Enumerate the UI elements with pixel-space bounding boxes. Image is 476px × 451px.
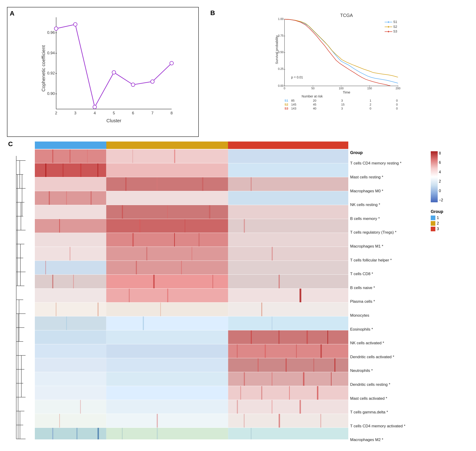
svg-rect-86 — [80, 163, 82, 177]
group-legend-2-color — [431, 221, 435, 226]
point-7 — [151, 80, 154, 83]
group-legend-3: 3 — [431, 227, 469, 231]
svg-text:0.25: 0.25 — [278, 67, 283, 70]
row-label-18: T cells gamma.delta * — [350, 410, 427, 414]
group-bar-s2 — [106, 142, 228, 149]
svg-rect-183 — [228, 372, 348, 386]
row-label-16: Dendritic cells resting * — [350, 382, 427, 387]
legend-s1-arrow — [387, 21, 389, 23]
group-legend-1-color — [431, 216, 435, 220]
group-label: Group — [350, 150, 363, 155]
svg-rect-152 — [160, 302, 161, 316]
svg-rect-158 — [143, 316, 144, 330]
svg-rect-149 — [228, 302, 348, 316]
group-legend-1: 1 — [431, 216, 469, 220]
nar-s1-label: S1 — [284, 99, 288, 102]
svg-rect-106 — [209, 205, 210, 219]
row-label-1: Mast cells resting * — [350, 175, 427, 179]
chart-b-title: TCGA — [340, 13, 353, 18]
svg-rect-94 — [251, 177, 251, 191]
svg-rect-82 — [106, 163, 228, 177]
svg-rect-213 — [35, 428, 106, 439]
svg-rect-207 — [244, 414, 244, 428]
svg-rect-154 — [35, 316, 106, 330]
svg-rect-124 — [146, 247, 148, 261]
nar-s2-0: 145 — [291, 103, 296, 106]
svg-rect-209 — [321, 414, 321, 428]
svg-rect-107 — [35, 219, 106, 233]
main-container: A Cophenetic coefficient Cluster 0.90 0.… — [0, 0, 476, 451]
svg-rect-161 — [106, 330, 228, 344]
svg-rect-136 — [52, 275, 53, 288]
svg-rect-99 — [66, 191, 67, 205]
legend-s3-label: S3 — [393, 30, 397, 33]
svg-rect-208 — [279, 414, 280, 428]
svg-rect-170 — [237, 344, 238, 358]
panel-a-label: A — [10, 10, 14, 17]
svg-rect-98 — [49, 191, 50, 205]
number-at-risk-header: Number at risk — [302, 94, 323, 98]
row-label-12: Eosinophils * — [350, 327, 427, 331]
svg-rect-153 — [261, 302, 262, 316]
svg-rect-193 — [289, 386, 290, 400]
x-axis-label-b: Time — [343, 90, 350, 94]
svg-text:1.00: 1.00 — [278, 17, 283, 21]
svg-rect-179 — [314, 358, 314, 372]
svg-rect-148 — [106, 302, 228, 316]
legend-s3-arrow — [387, 31, 389, 32]
color-scale-ticks: 8 6 4 2 0 −2 — [438, 151, 443, 202]
svg-rect-132 — [181, 261, 182, 275]
svg-rect-91 — [125, 177, 127, 191]
svg-text:0.92: 0.92 — [47, 71, 55, 75]
scale-tick-neg2: −2 — [439, 198, 443, 202]
dendrogram-svg — [14, 149, 35, 446]
heatmap-container: Group T cells CD4 memory resting * Mast … — [14, 142, 469, 447]
svg-rect-217 — [122, 428, 122, 439]
svg-rect-96 — [106, 191, 228, 205]
nar-s1-0: 85 — [291, 99, 295, 102]
svg-rect-114 — [35, 233, 106, 247]
svg-rect-78 — [87, 149, 88, 163]
svg-rect-101 — [35, 205, 106, 219]
svg-rect-204 — [228, 414, 348, 428]
svg-rect-162 — [228, 330, 348, 344]
svg-rect-134 — [106, 275, 228, 288]
svg-rect-165 — [307, 330, 308, 344]
top-row: A Cophenetic coefficient Cluster 0.90 0.… — [7, 7, 469, 137]
svg-rect-76 — [52, 149, 53, 163]
svg-rect-144 — [129, 288, 129, 302]
svg-rect-156 — [228, 316, 348, 330]
scale-tick-8: 8 — [439, 151, 443, 156]
scale-tick-2: 2 — [439, 179, 443, 183]
group-legend: Group 1 2 3 — [431, 209, 469, 231]
svg-rect-203 — [106, 414, 228, 428]
svg-text:6: 6 — [132, 111, 134, 115]
svg-rect-150 — [56, 302, 56, 316]
svg-rect-218 — [157, 428, 158, 439]
svg-rect-145 — [167, 288, 168, 302]
nar-s3-50: 40 — [313, 107, 316, 110]
legend-s1-label: S1 — [393, 20, 397, 24]
svg-text:7: 7 — [151, 111, 154, 115]
svg-rect-182 — [106, 372, 228, 386]
svg-rect-130 — [45, 261, 46, 275]
svg-rect-194 — [317, 386, 318, 400]
svg-rect-95 — [35, 191, 106, 205]
row-label-7: T cells follicular helper * — [350, 258, 427, 262]
row-label-15: Neutrophils * — [350, 369, 427, 373]
row-label-10: Plasma cells * — [350, 300, 427, 303]
svg-rect-121 — [106, 247, 228, 261]
nar-s3-0: 143 — [291, 107, 296, 110]
svg-rect-219 — [251, 428, 251, 439]
svg-rect-190 — [228, 386, 348, 400]
svg-text:50: 50 — [311, 87, 315, 90]
svg-text:0: 0 — [284, 87, 285, 90]
group-header-label: Group — [350, 149, 427, 156]
row-label-17: Mast cells activated * — [350, 396, 427, 401]
svg-rect-119 — [199, 233, 200, 247]
svg-rect-110 — [59, 219, 60, 233]
svg-rect-212 — [228, 428, 348, 439]
svg-rect-200 — [272, 400, 272, 414]
svg-rect-89 — [106, 177, 228, 191]
svg-rect-93 — [202, 177, 203, 191]
